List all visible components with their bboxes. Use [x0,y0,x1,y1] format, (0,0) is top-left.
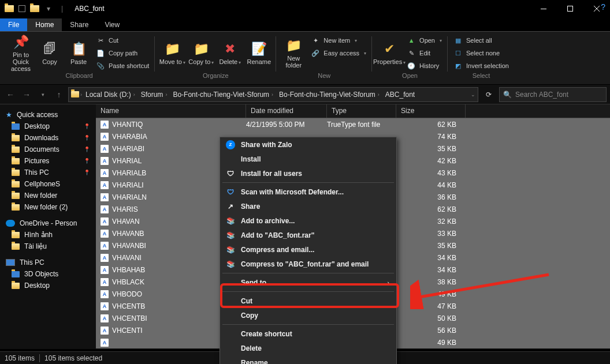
up-button[interactable]: ↑ [52,88,66,102]
ctx-share[interactable]: ↗Share [220,199,396,213]
folder-icon [12,243,20,250]
sidebar-quick-access[interactable]: ★Quick access [0,109,96,121]
group-new-label: New [318,72,330,81]
sidebar-item[interactable]: Desktop📍 [0,121,96,132]
cut-button[interactable]: ✂Cut [94,34,151,47]
history-button[interactable]: 🕘History [404,59,444,72]
close-button[interactable] [583,0,610,17]
select-none-button[interactable]: ☐Select none [451,47,511,59]
column-name[interactable]: Name [96,104,246,118]
ctx-add-rar[interactable]: 📚Add to "ABC_font.rar" [220,228,396,242]
tab-share[interactable]: Share [62,18,96,31]
breadcrumb-seg[interactable]: Bo-Font-chu-Tieng-Viet-Sforum› [170,91,276,99]
sidebar-item[interactable]: Downloads📍 [0,132,96,144]
help-icon[interactable]: ? [601,2,605,12]
archive-icon: 📚 [226,245,235,254]
open-button[interactable]: ▲Open▾ [404,34,444,47]
sidebar-item[interactable]: CellphoneS [0,178,96,190]
sidebar-item[interactable]: Documents📍 [0,144,96,155]
sidebar-item[interactable]: Pictures📍 [0,155,96,167]
delete-button[interactable]: ✖Delete▾ [216,34,244,72]
paste-button[interactable]: 📋Paste [65,34,92,72]
ctx-delete[interactable]: Delete [220,341,396,355]
ctx-compress-rar[interactable]: 📚Compress to "ABC_font.rar" and email [220,257,396,271]
sidebar-item[interactable]: New folder (2) [0,201,96,213]
breadcrumb-seg[interactable]: ABC_font [383,91,417,99]
folder-icon [12,193,20,199]
forward-button[interactable]: → [20,88,34,102]
tab-home[interactable]: Home [27,18,62,31]
minimize-button[interactable] [530,0,557,17]
breadcrumb-seg[interactable]: Sforum› [139,91,170,99]
sidebar-item[interactable]: Tài liệu [0,241,96,252]
refresh-button[interactable]: ⟳ [481,87,497,102]
edit-button[interactable]: ✎Edit [404,47,444,59]
ctx-share-zalo[interactable]: ZShare with Zalo [220,137,396,152]
properties-button[interactable]: ✔Properties▾ [375,34,403,72]
copy-button[interactable]: 🗐Copy [36,34,64,72]
pin-icon: 📍 [84,135,90,141]
font-file-icon: A [101,217,109,226]
sidebar-item[interactable]: Desktop [0,280,96,291]
sidebar-this-pc[interactable]: This PC [0,257,96,268]
column-size[interactable]: Size [396,104,466,118]
font-file-icon: A [101,278,109,286]
breadcrumb-dropdown[interactable]: ⌄ [471,92,475,97]
folder-icon [12,123,20,130]
ctx-copy[interactable]: Copy [220,308,396,322]
drive-icon [71,91,79,97]
sidebar-item[interactable]: This PC📍 [0,167,96,178]
font-file-icon: A [101,290,109,298]
new-item-button[interactable]: ✦New item▾ [308,34,369,47]
back-button[interactable]: ← [3,88,17,102]
select-all-button[interactable]: ▦Select all [451,34,511,47]
ctx-create-shortcut[interactable]: Create shortcut [220,327,396,341]
ctx-rename[interactable]: Rename [220,355,396,364]
column-type[interactable]: Type [327,104,396,118]
separator: | [61,5,63,13]
tab-file[interactable]: File [0,18,27,31]
sidebar-item[interactable]: New folder [0,190,96,201]
checkbox-icon[interactable] [18,5,25,12]
new-folder-button[interactable]: 📁New folder [280,34,307,72]
ctx-install-all[interactable]: 🛡Install for all users [220,166,396,181]
group-select-label: Select [473,72,490,81]
sidebar-item[interactable]: Hình ảnh [0,229,96,241]
recent-dropdown[interactable]: ▾ [36,88,50,102]
breadcrumb[interactable]: › Local Disk (D:)› Sforum› Bo-Font-chu-T… [68,87,478,102]
ctx-compress-email[interactable]: 📚Compress and email... [220,242,396,257]
chevron-right-icon: › [387,279,389,286]
ctx-scan[interactable]: 🛡Scan with Microsoft Defender... [220,185,396,199]
font-file-icon: A [101,169,109,177]
move-to-button[interactable]: 📁Move to▾ [158,34,186,72]
rename-button[interactable]: 📝Rename [245,34,273,72]
sidebar-item[interactable]: 3D Objects [0,268,96,280]
breadcrumb-seg[interactable]: Bo-Font-chu-Tieng-Viet-Sforum› [277,91,382,99]
font-file-icon: A [101,181,109,189]
search-input[interactable]: 🔍 Search ABC_font [499,87,607,102]
svg-rect-0 [541,9,546,9]
tab-view[interactable]: View [96,18,128,31]
overflow-icon[interactable]: ▾ [44,4,53,13]
font-file-icon: A [101,327,109,335]
paste-shortcut-button[interactable]: 📎Paste shortcut [94,59,151,72]
ctx-cut[interactable]: Cut [220,294,396,308]
invert-selection-button[interactable]: ◩Invert selection [451,59,511,72]
file-row[interactable]: AVHANTIQ4/21/1995 5:00 PMTrueType font f… [96,118,610,130]
sidebar-onedrive[interactable]: OneDrive - Person [0,217,96,229]
pin-icon: 📍 [84,123,90,129]
ctx-add-archive[interactable]: 📚Add to archive... [220,213,396,228]
easy-access-button[interactable]: 🔗Easy access▾ [308,47,369,59]
copy-to-button[interactable]: 📁Copy to▾ [187,34,215,72]
ctx-send-to[interactable]: Send to› [220,275,396,290]
maximize-button[interactable] [557,0,583,17]
breadcrumb-seg[interactable]: Local Disk (D:)› [83,91,137,99]
select-all-icon: ▦ [453,37,463,44]
cut-icon: ✂ [96,37,105,44]
font-file-icon: A [101,205,109,213]
ctx-install[interactable]: Install [220,152,396,166]
pin-quick-access-button[interactable]: 📌Pin to Quick access [7,34,35,72]
copy-path-button[interactable]: 📄Copy path [94,47,151,59]
column-date[interactable]: Date modified [246,104,327,118]
folder-icon [5,4,14,13]
